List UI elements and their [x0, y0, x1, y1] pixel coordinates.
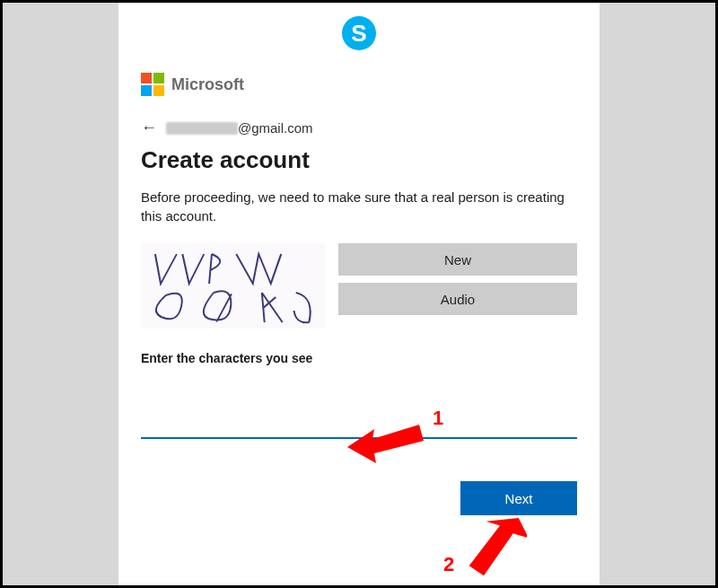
next-button[interactable]: Next [460, 481, 577, 515]
captcha-input-label: Enter the characters you see [141, 351, 577, 365]
captcha-audio-button[interactable]: Audio [338, 283, 577, 315]
page-title: Create account [141, 146, 577, 174]
captcha-new-button[interactable]: New [338, 243, 577, 276]
annotation-label-2: 2 [443, 553, 454, 576]
captcha-section: New Audio [141, 243, 577, 329]
right-margin [600, 3, 715, 585]
page-description: Before proceeding, we need to make sure … [141, 188, 577, 225]
microsoft-label: Microsoft [171, 75, 244, 94]
annotation-arrow-2 [464, 514, 527, 582]
skype-logo: S [342, 16, 376, 50]
captcha-buttons: New Audio [338, 243, 577, 329]
create-account-panel: S Microsoft ← @gmail.com Create account … [118, 3, 600, 585]
email-redacted [166, 122, 238, 135]
svg-marker-1 [468, 514, 527, 582]
captcha-input[interactable] [141, 408, 577, 439]
microsoft-header: Microsoft [141, 73, 577, 96]
back-arrow-icon[interactable]: ← [141, 118, 157, 137]
microsoft-logo-icon [141, 73, 164, 96]
captcha-image [141, 243, 325, 329]
email-domain: @gmail.com [238, 120, 313, 136]
identity-row: ← @gmail.com [141, 118, 577, 137]
app-window: S Microsoft ← @gmail.com Create account … [0, 0, 718, 588]
skype-icon: S [351, 20, 366, 48]
annotation-label-1: 1 [433, 407, 443, 430]
left-margin [3, 3, 118, 585]
